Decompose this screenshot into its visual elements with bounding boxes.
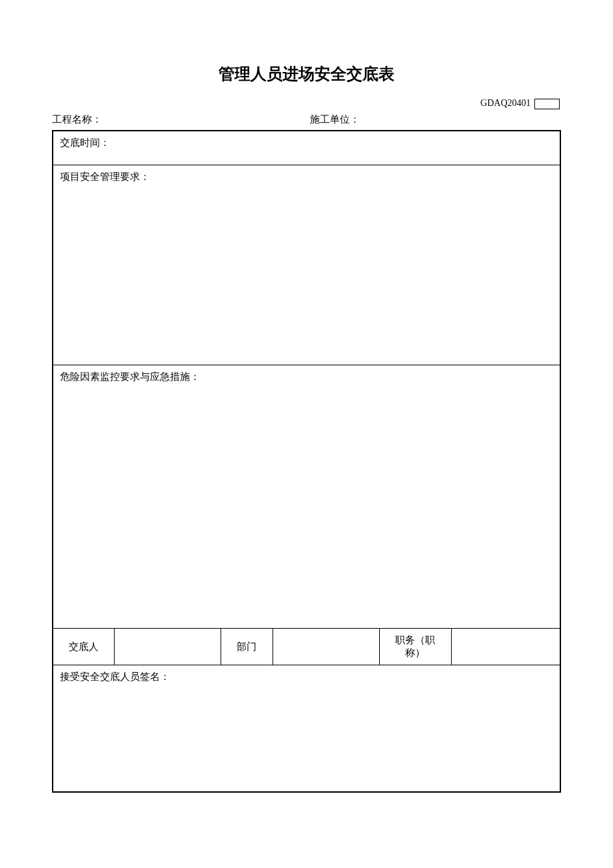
signer-person-value[interactable] [114, 629, 221, 665]
signer-position-label: 职务（职称） [379, 629, 451, 665]
form-code-box[interactable] [534, 99, 560, 109]
signer-dept-label: 部门 [221, 629, 273, 665]
form-code-row: GDAQ20401 [52, 98, 561, 109]
time-label: 交底时间： [60, 137, 110, 148]
signer-row: 交底人 部门 职务（职称） [53, 629, 560, 665]
requirements-row: 项目安全管理要求： [53, 165, 560, 365]
construction-unit-label: 施工单位： [303, 113, 561, 126]
signer-person-label: 交底人 [53, 629, 114, 665]
form-code-text: GDAQ20401 [480, 98, 530, 108]
project-name-label: 工程名称： [52, 113, 303, 126]
header-row: 工程名称： 施工单位： [52, 113, 561, 126]
signatures-row: 接受安全交底人员签名： [53, 665, 560, 792]
requirements-cell[interactable]: 项目安全管理要求： [53, 165, 560, 365]
requirements-label: 项目安全管理要求： [60, 171, 150, 182]
risk-label: 危险因素监控要求与应急措施： [60, 371, 200, 382]
form-title: 管理人员进场安全交底表 [52, 63, 561, 85]
signer-position-value[interactable] [451, 629, 560, 665]
time-row: 交底时间： [53, 131, 560, 165]
signer-dept-value[interactable] [273, 629, 379, 665]
signatures-cell[interactable]: 接受安全交底人员签名： [53, 665, 560, 792]
risk-cell[interactable]: 危险因素监控要求与应急措施： [53, 365, 560, 629]
main-form-table: 交底时间： 项目安全管理要求： 危险因素监控要求与应急措施： 交底人 部门 职务… [52, 130, 561, 793]
risk-row: 危险因素监控要求与应急措施： [53, 365, 560, 629]
form-page: 管理人员进场安全交底表 GDAQ20401 工程名称： 施工单位： 交底时间： … [0, 0, 613, 793]
signatures-label: 接受安全交底人员签名： [60, 671, 170, 682]
time-cell[interactable]: 交底时间： [53, 131, 560, 165]
